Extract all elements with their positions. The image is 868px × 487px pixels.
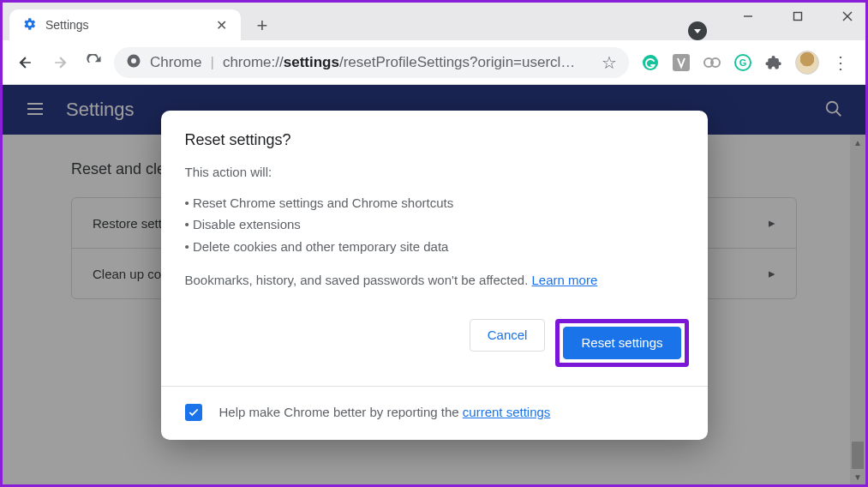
- svg-rect-1: [794, 13, 802, 21]
- dialog-title: Reset settings?: [161, 131, 708, 161]
- minimize-button[interactable]: [735, 4, 761, 28]
- svg-text:G: G: [739, 57, 747, 68]
- dialog-intro: This action will:: [185, 161, 684, 183]
- tab-title: Settings: [45, 18, 89, 32]
- extensions-puzzle-icon[interactable]: [764, 53, 783, 72]
- extension-grammarly-icon[interactable]: [641, 53, 660, 72]
- close-window-button[interactable]: [835, 4, 860, 28]
- close-tab-button[interactable]: ✕: [209, 17, 234, 33]
- browser-tab[interactable]: Settings ✕: [9, 9, 241, 40]
- maximize-button[interactable]: [785, 4, 811, 28]
- bookmark-star-icon[interactable]: ☆: [602, 52, 617, 73]
- avatar[interactable]: [795, 51, 819, 75]
- url-text: Chrome | chrome://settings/resetProfileS…: [150, 54, 575, 71]
- learn-more-link[interactable]: Learn more: [532, 273, 598, 287]
- extension-link-icon[interactable]: [703, 53, 721, 72]
- report-settings-checkbox[interactable]: [185, 404, 202, 421]
- current-settings-link[interactable]: current settings: [463, 405, 551, 419]
- browser-menu-button[interactable]: ⋮: [831, 53, 850, 72]
- profile-indicator-icon[interactable]: [688, 21, 707, 40]
- svg-marker-4: [694, 29, 701, 33]
- back-button[interactable]: [11, 48, 40, 77]
- svg-point-6: [131, 58, 136, 63]
- extension-g-icon[interactable]: G: [733, 53, 752, 72]
- settings-favicon-icon: [21, 16, 37, 34]
- cancel-button[interactable]: Cancel: [470, 319, 546, 352]
- reset-settings-button[interactable]: Reset settings: [563, 327, 680, 359]
- dialog-bullets: • Reset Chrome settings and Chrome short…: [185, 192, 684, 258]
- dialog-note: Bookmarks, history, and saved passwords …: [185, 269, 684, 292]
- address-bar[interactable]: Chrome | chrome://settings/resetProfileS…: [114, 47, 629, 78]
- tutorial-highlight: Reset settings: [555, 319, 688, 367]
- chrome-logo-icon: [126, 53, 141, 71]
- new-tab-button[interactable]: +: [249, 13, 275, 39]
- toolbar: Chrome | chrome://settings/resetProfileS…: [3, 40, 865, 85]
- reload-button[interactable]: [80, 48, 109, 77]
- extension-pdf-icon[interactable]: [672, 53, 691, 72]
- reset-settings-dialog: Reset settings? This action will: • Rese…: [161, 111, 708, 440]
- forward-button[interactable]: [45, 48, 75, 77]
- report-settings-label: Help make Chrome better by reporting the…: [219, 405, 551, 419]
